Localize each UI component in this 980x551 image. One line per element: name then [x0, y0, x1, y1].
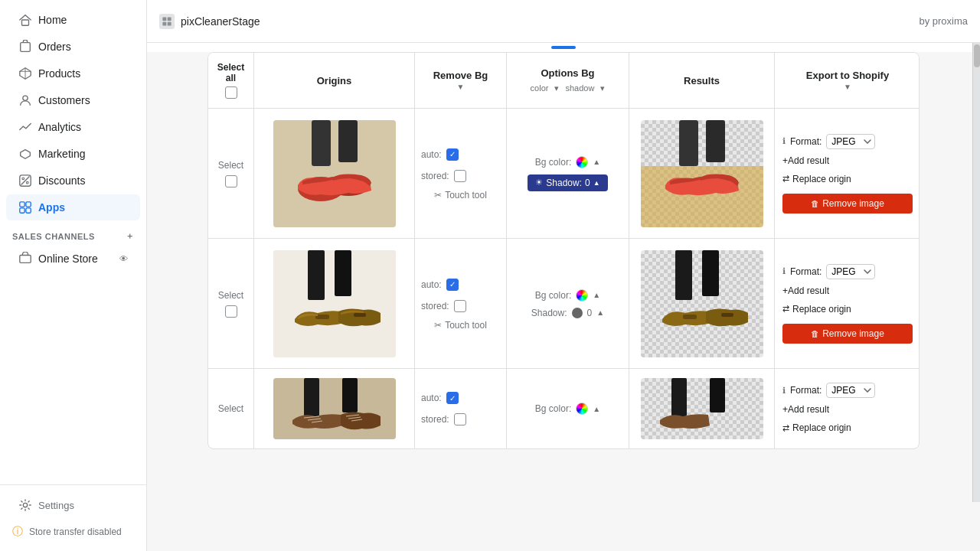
svg-rect-13	[26, 208, 31, 213]
td-export-2: ℹ Format: JPEG PNG WEBP +Add result	[775, 239, 920, 368]
analytics-icon	[18, 120, 32, 134]
bg-color-arrow-3[interactable]: ▲	[593, 405, 600, 413]
format-info-icon-2: ℹ	[782, 266, 786, 276]
sidebar-item-online-store[interactable]: Online Store 👁	[6, 246, 140, 272]
svg-rect-46	[710, 378, 725, 412]
bg-color-arrow-up-1[interactable]: ▲	[593, 158, 600, 166]
replace-origin-link-1[interactable]: ⇄ Replace origin	[782, 172, 851, 186]
sidebar: Home Orders Products Customers Analytics	[0, 0, 147, 551]
bg-color-arrow-2[interactable]: ▲	[593, 291, 600, 299]
customers-icon	[18, 93, 32, 107]
svg-rect-45	[671, 378, 687, 416]
svg-rect-29	[706, 120, 725, 162]
format-row-2: ℹ Format: JPEG PNG WEBP	[782, 264, 875, 279]
sales-channels-section: SALES CHANNELS ＋	[0, 221, 146, 245]
sidebar-item-apps[interactable]: Apps	[6, 194, 140, 220]
sidebar-item-discounts[interactable]: Discounts	[6, 168, 140, 194]
svg-rect-21	[312, 120, 331, 166]
table-row: Select	[208, 109, 919, 239]
svg-rect-37	[675, 250, 692, 300]
svg-rect-44	[641, 378, 763, 439]
sidebar-item-home[interactable]: Home	[6, 7, 140, 33]
td-options-bg-3: Bg color: ▲	[507, 369, 629, 448]
select-all-checkbox[interactable]	[225, 86, 237, 99]
add-result-link-2[interactable]: +Add result	[782, 284, 829, 298]
row2-checkbox[interactable]	[225, 305, 237, 318]
svg-rect-41	[273, 378, 396, 439]
add-sales-channel-icon[interactable]: ＋	[126, 230, 135, 242]
td-origin-3	[254, 369, 415, 448]
svg-rect-33	[335, 250, 351, 296]
export-dropdown[interactable]: ▼	[844, 83, 851, 91]
add-result-link-3[interactable]: +Add result	[782, 403, 829, 416]
settings-icon	[18, 498, 32, 512]
td-select-1: Select	[208, 109, 254, 238]
shadow-toggle-2[interactable]: ▲	[596, 308, 604, 317]
replace-origin-link-2[interactable]: ⇄ Replace origin	[782, 302, 851, 316]
td-remove-bg-2: auto: ✓ stored: ✂ Touch tool	[415, 239, 507, 368]
td-select-2: Select	[208, 239, 254, 368]
topbar-title: pixCleanerStage	[181, 15, 260, 28]
auto-checkbox-3[interactable]: ✓	[446, 392, 459, 404]
sidebar-item-marketing[interactable]: Marketing	[6, 141, 140, 167]
svg-rect-14	[20, 256, 31, 263]
sidebar-item-products[interactable]: Products	[6, 60, 140, 86]
shadow-value-1: 0	[585, 178, 590, 188]
scrollbar[interactable]	[972, 43, 980, 502]
svg-rect-0	[22, 20, 29, 25]
sun-icon-2	[572, 308, 583, 318]
svg-rect-1	[21, 43, 31, 52]
sidebar-item-analytics[interactable]: Analytics	[6, 114, 140, 140]
sidebar-nav: Home Orders Products Customers Analytics	[0, 6, 146, 484]
row1-checkbox[interactable]	[225, 175, 237, 187]
color-wheel-1[interactable]	[576, 156, 588, 168]
main-content: pixCleanerStage by proxima Select all	[147, 0, 980, 551]
svg-point-7	[26, 181, 28, 184]
stored-checkbox-3[interactable]	[454, 413, 466, 425]
color-wheel-3[interactable]	[576, 403, 588, 415]
remove-bg-dropdown[interactable]: ▼	[457, 83, 465, 91]
stored-checkbox-2[interactable]	[454, 300, 466, 312]
format-select-3[interactable]: JPEG PNG WEBP	[826, 383, 875, 398]
replace-origin-link-3[interactable]: ⇄ Replace origin	[782, 421, 851, 435]
sidebar-item-label: Products	[38, 67, 80, 80]
format-select-1[interactable]: JPEG PNG WEBP	[826, 134, 875, 149]
td-options-bg-1: Bg color: ▲ ☀ Shadow: 0 ▲	[507, 109, 629, 238]
remove-image-button-1[interactable]: 🗑 Remove image	[782, 194, 913, 214]
topbar-by-label: by proxima	[919, 15, 968, 27]
sidebar-item-label: Home	[38, 14, 67, 26]
svg-rect-28	[679, 120, 698, 166]
auto-checkbox-1[interactable]: ✓	[446, 148, 459, 161]
remove-icon-1: 🗑	[811, 199, 819, 208]
stored-row-2: stored:	[421, 298, 500, 314]
topbar: pixCleanerStage by proxima	[147, 0, 980, 43]
td-options-bg-2: Bg color: ▲ Shadow: 0 ▲	[507, 239, 629, 368]
format-select-2[interactable]: JPEG PNG WEBP	[826, 264, 875, 279]
bg-color-row-2: Bg color: ▲	[535, 289, 600, 302]
auto-checkbox-2[interactable]: ✓	[446, 279, 459, 291]
online-store-view-icon[interactable]: 👁	[119, 254, 128, 263]
touch-tool-2[interactable]: ✂ Touch tool	[434, 320, 487, 331]
th-remove-bg: Remove Bg ▼	[415, 53, 507, 108]
svg-rect-16	[162, 17, 166, 21]
stored-checkbox-1[interactable]	[454, 170, 466, 182]
add-result-link-1[interactable]: +Add result	[782, 154, 829, 168]
sidebar-item-customers[interactable]: Customers	[6, 87, 140, 113]
sidebar-online-store-label: Online Store	[38, 253, 98, 265]
td-result-3	[629, 369, 775, 448]
result-image-2	[641, 250, 763, 357]
sidebar-item-orders[interactable]: Orders	[6, 34, 140, 60]
shadow-button-1[interactable]: ☀ Shadow: 0 ▲	[528, 174, 607, 191]
color-wheel-2[interactable]	[576, 289, 588, 302]
sidebar-item-settings[interactable]: Settings	[6, 492, 140, 518]
td-origin-2	[254, 239, 415, 368]
svg-point-5	[23, 96, 28, 100]
app-icon	[159, 14, 175, 29]
apps-icon	[18, 201, 32, 214]
td-remove-bg-1: auto: ✓ stored: ✂ Touch tool	[415, 109, 507, 238]
remove-image-button-2[interactable]: 🗑 Remove image	[782, 324, 913, 344]
shadow-dropdown-1[interactable]: ▲	[593, 179, 600, 187]
sidebar-item-label: Customers	[38, 94, 90, 106]
touch-tool-1[interactable]: ✂ Touch tool	[434, 190, 487, 201]
th-options-bg: Options Bg color ▾ shadow ▾	[507, 53, 629, 108]
